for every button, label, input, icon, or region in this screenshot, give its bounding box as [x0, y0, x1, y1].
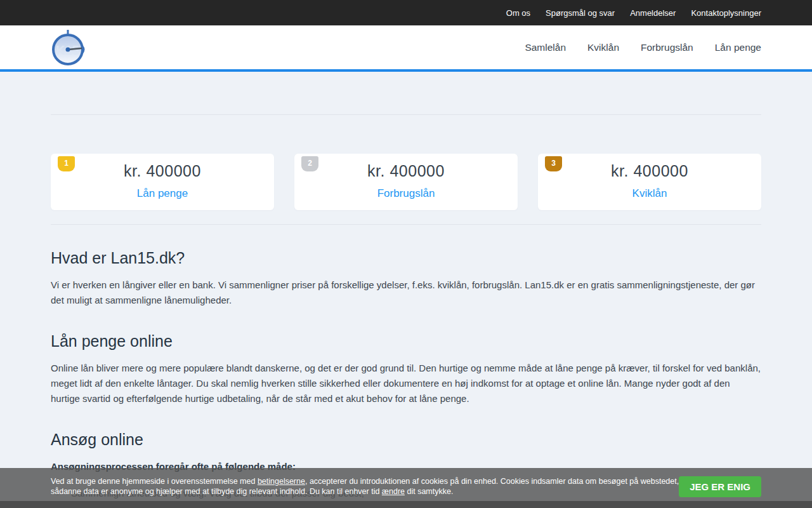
nav-item-forbrugslan[interactable]: Forbrugslån	[641, 42, 693, 53]
topbar-link-om-os[interactable]: Om os	[506, 8, 530, 18]
topbar-link-sporgsmal-og-svar[interactable]: Spørgsmål og svar	[546, 8, 615, 18]
main-nav: Samlelån Kviklån Forbrugslån Lån penge	[503, 42, 761, 53]
cookie-agree-button[interactable]: JEG ER ENIG	[679, 476, 761, 497]
loan-amount: kr. 400000	[538, 162, 761, 180]
rank-badge-1: 1	[58, 156, 75, 171]
offer-link-lan-penge[interactable]: Lån penge	[137, 187, 188, 200]
section-heading-online: Lån penge online	[51, 332, 761, 351]
cookie-text-part: Ved at bruge denne hjemmeside i overenss…	[51, 477, 258, 486]
offer-link-kviklan[interactable]: Kviklån	[632, 187, 667, 200]
cookie-consent-bar: Ved at bruge denne hjemmeside i overenss…	[0, 468, 812, 508]
main-header: K15 Samlelån Kviklån Forbrugslån Lån pen…	[0, 25, 812, 72]
rank-badge-2: 2	[301, 156, 318, 171]
section-paragraph-online: Online lån bliver mere og mere populære …	[51, 361, 761, 406]
nav-item-kviklan[interactable]: Kviklån	[587, 42, 619, 53]
cookie-text-part: dit samtykke.	[405, 487, 453, 496]
cookie-link-betingelserne[interactable]: betingelserne	[258, 477, 305, 486]
rank-badge-3: 3	[545, 156, 562, 171]
offer-card-3: 3 kr. 400000 Kviklån	[538, 154, 761, 210]
cards-bottom-divider	[51, 224, 761, 225]
nav-item-samlelan[interactable]: Samlelån	[525, 42, 566, 53]
clock-logo-icon: K15	[51, 28, 86, 67]
cookie-link-aendre[interactable]: ændre	[382, 487, 405, 496]
section-heading-apply: Ansøg online	[51, 431, 761, 449]
loan-offer-cards: 1 kr. 400000 Lån penge 2 kr. 400000 Forb…	[51, 154, 761, 210]
top-divider	[51, 114, 761, 115]
loan-amount: kr. 400000	[51, 162, 274, 180]
topbar-link-kontaktoplysninger[interactable]: Kontaktoplysninger	[691, 8, 761, 18]
site-logo[interactable]: K15	[51, 27, 86, 68]
cookie-consent-text: Ved at bruge denne hjemmeside i overenss…	[51, 476, 688, 497]
offer-card-1: 1 kr. 400000 Lån penge	[51, 154, 274, 210]
nav-item-lan-penge[interactable]: Lån penge	[715, 42, 761, 53]
offer-link-forbrugslan[interactable]: Forbrugslån	[377, 187, 435, 200]
offer-card-2: 2 kr. 400000 Forbrugslån	[294, 154, 518, 210]
section-paragraph-about: Vi er hverken en långiver eller en bank.…	[51, 277, 761, 308]
loan-amount: kr. 400000	[294, 162, 518, 180]
section-heading-about: Hvad er Lan15.dk?	[51, 249, 761, 267]
topbar-link-anmeldelser[interactable]: Anmeldelser	[630, 8, 676, 18]
top-utility-bar: Om os Spørgsmål og svar Anmeldelser Kont…	[0, 0, 812, 25]
